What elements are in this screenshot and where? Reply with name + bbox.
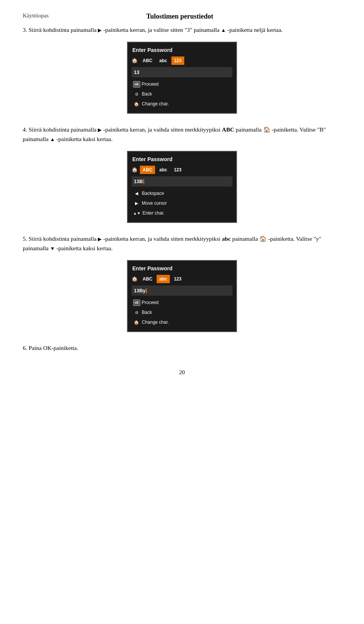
lcd-5-cursor [146,288,147,293]
step-4-arrow-right-icon: ▶ [98,127,102,133]
lcd-4-tabs: 🏠 ABC abc 123 [132,166,232,174]
step-3-arrow-right-icon: ▶ [98,27,102,33]
screen-5-container: Enter Password 🏠 ABC abc 123 13By ok Pro… [23,260,341,332]
lcd-screen-5: Enter Password 🏠 ABC abc 123 13By ok Pro… [127,260,237,332]
lcd-5-home-icon: 🏠 [133,319,140,326]
lcd-3-home-tab: 🏠 [132,57,138,64]
lcd-3-menu-change: 🏠 Change char. [132,99,232,108]
lcd-3-tab-abc-lower: abc [157,56,170,65]
step-3: 3. Siirrä kohdistinta painamalla ▶ -pain… [23,25,341,114]
step-6-text: 6. Paina OK-painiketta. [23,343,341,353]
step-6-description: Paina OK-painiketta. [29,345,78,351]
step-6-number: 6. [23,345,27,351]
lcd-5-back-icon: ⊘ [133,309,140,316]
lcd-5-home-tab: 🏠 [132,275,138,283]
lcd-4-menu-backspace: ◀ Backspace [132,189,232,198]
lcd-4-tab-abc-lower: abc [157,166,170,174]
header-left: Käyttöopas [23,11,49,20]
lcd-3-input: 13 [132,67,232,78]
step-6: 6. Paina OK-painiketta. [23,343,341,353]
page-header: Käyttöopas Tulostimen perustiedot [23,11,341,22]
lcd-4-title: Enter Password [132,155,232,163]
lcd-5-menu-change: 🏠 Change char. [132,318,232,327]
lcd-4-menu-move: ▶ Move cursor [132,199,232,208]
lcd-4-tab-abc: ABC [140,166,155,174]
lcd-4-updown-icon: ▲▼ [133,210,141,216]
screen-3-container: Enter Password 🏠 ABC abc 123 13 ok Proce… [23,42,341,114]
lcd-5-menu-proceed: ok Proceed [132,298,232,307]
page-number: 20 [179,369,185,375]
page-title: Tulostimen perustiedot [49,11,311,22]
lcd-5-input: 13By [132,285,232,296]
lcd-5-tab-abc-lower: abc [157,275,170,283]
lcd-3-tab-abc: ABC [140,56,155,65]
lcd-screen-4: Enter Password 🏠 ABC abc 123 13B ◀ Backs… [127,151,237,223]
lcd-4-right-icon: ▶ [133,200,140,207]
step-3-text: 3. Siirrä kohdistinta painamalla ▶ -pain… [23,25,341,35]
step-4: 4. Siirrä kohdistinta painamalla ▶ -pain… [23,125,341,223]
lcd-3-tabs: 🏠 ABC abc 123 [132,56,232,65]
lcd-4-tab-123: 123 [171,166,184,174]
lcd-5-ok-badge: ok [133,299,140,306]
lcd-3-back-icon: ⊘ [133,91,140,97]
lcd-4-left-icon: ◀ [133,190,140,197]
step-5-arrow-right-icon: ▶ [98,236,102,242]
screen-4-container: Enter Password 🏠 ABC abc 123 13B ◀ Backs… [23,151,341,223]
lcd-5-title: Enter Password [132,265,232,273]
step-5: 5. Siirrä kohdistinta painamalla ▶ -pain… [23,234,341,332]
lcd-4-input: 13B [132,176,232,187]
lcd-3-home-icon: 🏠 [133,101,140,107]
step-5-number: 5. [23,235,27,242]
step-4-text: 4. Siirrä kohdistinta painamalla ▶ -pain… [23,125,341,144]
lcd-3-menu-back: ⊘ Back [132,89,232,99]
lcd-5-menu-back: ⊘ Back [132,308,232,317]
step-4-home-icon: 🏠 [263,126,270,133]
step-5-arrow-down-icon: ▼ [50,246,55,251]
step-5-text: 5. Siirrä kohdistinta painamalla ▶ -pain… [23,234,341,253]
lcd-5-tab-123: 123 [171,275,184,283]
lcd-5-tabs: 🏠 ABC abc 123 [132,275,232,283]
step-3-arrow-up-icon: ▲ [221,27,226,33]
lcd-4-menu-enter: ▲▼ Enter char. [132,209,232,218]
lcd-3-tab-123: 123 [171,56,184,65]
page-footer: 20 [23,368,341,377]
lcd-3-menu-proceed: ok Proceed [132,80,232,89]
lcd-3-ok-badge: ok [133,81,140,88]
lcd-screen-3: Enter Password 🏠 ABC abc 123 13 ok Proce… [127,42,237,114]
step-5-home-icon: 🏠 [259,235,267,242]
lcd-3-title: Enter Password [132,46,232,54]
step-3-number: 3. [23,27,27,33]
lcd-4-cursor [143,179,144,184]
step-4-number: 4. [23,126,27,133]
lcd-4-home-tab: 🏠 [132,166,138,174]
lcd-5-tab-abc: ABC [140,275,155,283]
step-4-arrow-up-icon: ▲ [50,136,55,142]
